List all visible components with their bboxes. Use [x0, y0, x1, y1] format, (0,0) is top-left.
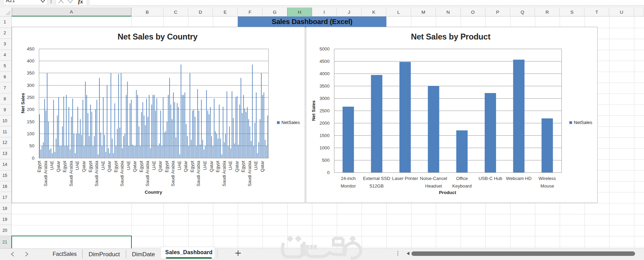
- svg-text:1000: 1000: [320, 145, 330, 150]
- svg-text:50: 50: [29, 143, 34, 148]
- svg-text:0: 0: [32, 156, 34, 161]
- svg-text:Net Sales by Country: Net Sales by Country: [118, 32, 197, 41]
- svg-text:Qatar: Qatar: [158, 160, 163, 172]
- svg-text:Qatar: Qatar: [81, 160, 86, 172]
- svg-text:Egypt: Egypt: [113, 161, 118, 172]
- svg-text:Saudi Arabia: Saudi Arabia: [43, 160, 48, 186]
- svg-text:Office: Office: [456, 176, 468, 181]
- svg-text:1500: 1500: [320, 133, 330, 138]
- svg-text:3000: 3000: [320, 96, 330, 101]
- svg-text:Egypt: Egypt: [139, 161, 144, 172]
- svg-text:150: 150: [27, 119, 34, 124]
- svg-text:Noise-Cancel: Noise-Cancel: [420, 176, 447, 181]
- svg-text:250: 250: [27, 95, 34, 100]
- svg-text:Country: Country: [145, 190, 162, 195]
- svg-text:fx: fx: [78, 0, 83, 4]
- svg-text:Saudi Arabia: Saudi Arabia: [196, 160, 201, 186]
- svg-text:UAE: UAE: [253, 161, 258, 170]
- svg-text:Webcam HD: Webcam HD: [506, 176, 532, 181]
- svg-text:500: 500: [322, 158, 330, 163]
- svg-text:Saudi Arabia: Saudi Arabia: [119, 160, 125, 186]
- svg-text:300: 300: [27, 83, 34, 88]
- svg-text:0: 0: [327, 170, 330, 175]
- svg-text:NetSales: NetSales: [574, 120, 592, 125]
- svg-text:Egypt: Egypt: [36, 161, 42, 172]
- svg-text:200: 200: [27, 107, 34, 112]
- svg-text:450: 450: [27, 46, 34, 52]
- svg-text:Egypt: Egypt: [88, 161, 93, 172]
- svg-text:4000: 4000: [320, 71, 330, 76]
- svg-text:Saudi Arabia: Saudi Arabia: [145, 160, 150, 186]
- svg-text:NetSales: NetSales: [281, 120, 300, 125]
- svg-text:Saudi Arabia: Saudi Arabia: [247, 160, 252, 186]
- svg-text:512GB: 512GB: [369, 183, 384, 189]
- svg-text:Qatar: Qatar: [209, 160, 214, 172]
- svg-text:Qatar: Qatar: [56, 160, 61, 172]
- svg-text:Egypt: Egypt: [62, 161, 67, 172]
- svg-text:Mouse: Mouse: [540, 183, 554, 189]
- svg-text:100: 100: [27, 131, 34, 136]
- svg-text:Saudi Arabia: Saudi Arabia: [222, 160, 227, 186]
- svg-text:Headset: Headset: [425, 183, 442, 189]
- svg-text:Net Sales: Net Sales: [311, 100, 316, 121]
- svg-text:24-inch: 24-inch: [341, 176, 356, 181]
- svg-text:Monitor: Monitor: [341, 183, 356, 189]
- svg-text:Saudi Arabia: Saudi Arabia: [170, 160, 175, 186]
- svg-text:2000: 2000: [320, 121, 330, 126]
- svg-text:Saudi Arabia: Saudi Arabia: [94, 160, 99, 186]
- svg-text:350: 350: [27, 70, 34, 76]
- svg-text:Egypt: Egypt: [164, 161, 169, 172]
- svg-text:UAE: UAE: [75, 161, 80, 170]
- svg-text:3500: 3500: [320, 83, 330, 89]
- svg-text:USB-C Hub: USB-C Hub: [479, 176, 502, 181]
- svg-text:Saudi Arabia: Saudi Arabia: [68, 160, 74, 186]
- svg-text:UAE: UAE: [228, 161, 233, 170]
- svg-text:Wireless: Wireless: [538, 176, 556, 181]
- svg-text:Qatar: Qatar: [107, 160, 112, 172]
- svg-text:Net Sales: Net Sales: [20, 93, 25, 113]
- svg-text:UAE: UAE: [151, 161, 157, 170]
- svg-text:Qatar: Qatar: [183, 160, 188, 172]
- svg-text:2500: 2500: [320, 108, 330, 113]
- svg-text:Egypt: Egypt: [190, 161, 195, 172]
- svg-text:4500: 4500: [320, 59, 330, 64]
- svg-text:UAE: UAE: [177, 161, 182, 170]
- svg-text:UAE: UAE: [49, 161, 54, 170]
- svg-text:Egypt: Egypt: [240, 161, 246, 172]
- svg-text:Qatar: Qatar: [260, 160, 265, 172]
- svg-text:UAE: UAE: [100, 161, 106, 170]
- svg-text:Keyboard: Keyboard: [452, 183, 472, 189]
- svg-text:Egypt: Egypt: [215, 161, 220, 172]
- svg-text:Product: Product: [439, 190, 456, 195]
- svg-text:UAE: UAE: [126, 161, 131, 170]
- svg-text:Net Sales by Product: Net Sales by Product: [411, 32, 490, 41]
- svg-text:Qatar: Qatar: [234, 160, 239, 172]
- svg-text:External SSD: External SSD: [363, 176, 390, 181]
- svg-text:UAE: UAE: [202, 161, 207, 170]
- svg-text:Qatar: Qatar: [132, 160, 137, 172]
- svg-text:400: 400: [27, 58, 34, 64]
- svg-text:5000: 5000: [320, 46, 330, 52]
- svg-text:Laser Printer: Laser Printer: [392, 176, 418, 181]
